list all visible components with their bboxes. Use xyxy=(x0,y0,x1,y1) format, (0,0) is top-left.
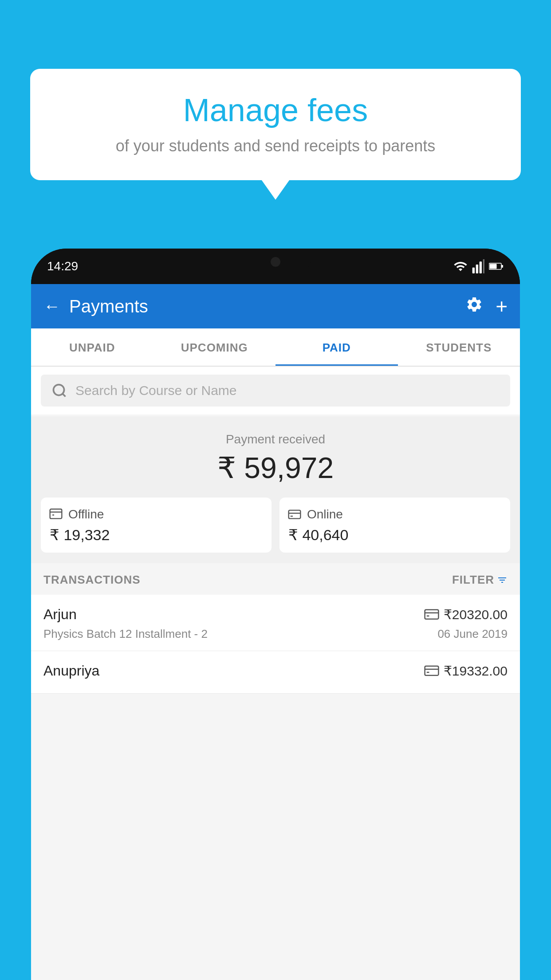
offline-card-row: Offline xyxy=(49,507,104,522)
svg-rect-9 xyxy=(50,509,62,518)
filter-wrap[interactable]: FILTER xyxy=(452,573,508,587)
transactions-label: TRANSACTIONS xyxy=(43,573,141,587)
online-amount: ₹ 40,640 xyxy=(288,526,348,544)
svg-rect-3 xyxy=(483,259,484,273)
settings-icon[interactable] xyxy=(465,296,483,317)
transaction-amount: ₹20320.00 xyxy=(444,607,508,622)
filter-label: FILTER xyxy=(452,573,494,587)
status-time: 14:29 xyxy=(47,259,78,273)
svg-rect-15 xyxy=(425,609,438,619)
transaction-amount-wrap: ₹19332.00 xyxy=(424,663,508,679)
tab-students[interactable]: STUDENTS xyxy=(398,328,520,366)
wifi-icon xyxy=(453,259,468,273)
transaction-row-bottom: Physics Batch 12 Installment - 2 06 June… xyxy=(43,627,508,641)
bubble-title: Manage fees xyxy=(57,92,494,129)
camera xyxy=(271,257,280,267)
search-icon xyxy=(51,383,67,399)
transaction-amount-wrap: ₹20320.00 xyxy=(424,607,508,622)
header-right: + xyxy=(465,294,508,318)
transaction-detail: Physics Batch 12 Installment - 2 xyxy=(43,627,208,641)
transaction-date: 06 June 2019 xyxy=(437,627,508,641)
svg-rect-12 xyxy=(289,510,301,519)
svg-rect-6 xyxy=(501,265,503,268)
transaction-amount: ₹19332.00 xyxy=(444,663,508,679)
transactions-header: TRANSACTIONS FILTER xyxy=(31,563,520,595)
battery-icon xyxy=(489,260,504,273)
svg-rect-0 xyxy=(472,268,475,273)
svg-rect-2 xyxy=(480,261,482,273)
add-icon[interactable]: + xyxy=(496,294,508,318)
filter-icon xyxy=(497,575,508,585)
tab-paid[interactable]: PAID xyxy=(276,328,398,366)
phone-frame: 14:29 xyxy=(31,249,520,980)
background: Manage fees of your students and send re… xyxy=(0,0,551,980)
online-label: Online xyxy=(307,507,343,522)
svg-rect-5 xyxy=(490,264,497,269)
tabs-container: UNPAID UPCOMING PAID STUDENTS xyxy=(31,328,520,367)
bubble-subtitle: of your students and send receipts to pa… xyxy=(57,137,494,155)
speech-bubble: Manage fees of your students and send re… xyxy=(30,69,521,180)
payment-received-label: Payment received xyxy=(41,432,510,447)
transaction-row-top: Anupriya ₹19332.00 xyxy=(43,663,508,679)
payment-summary: Payment received ₹ 59,972 Offline xyxy=(31,416,520,563)
search-bar[interactable]: Search by Course or Name xyxy=(41,375,510,407)
offline-icon-small xyxy=(424,665,439,677)
transaction-list: Arjun ₹20320.00 Physics Batch xyxy=(31,595,520,694)
card-icon xyxy=(424,609,439,621)
payment-cards: Offline ₹ 19,332 Online xyxy=(41,498,510,553)
phone-notch xyxy=(240,249,311,275)
svg-rect-1 xyxy=(476,265,478,273)
svg-rect-18 xyxy=(425,666,438,675)
signal-icon xyxy=(472,259,484,273)
svg-point-7 xyxy=(54,385,64,395)
search-container: Search by Course or Name xyxy=(31,367,520,415)
status-icons xyxy=(453,259,504,273)
tab-unpaid[interactable]: UNPAID xyxy=(31,328,153,366)
offline-icon xyxy=(49,508,63,521)
online-card-row: Online xyxy=(287,507,343,522)
online-card: Online ₹ 40,640 xyxy=(279,498,510,553)
offline-label: Offline xyxy=(68,507,104,522)
app-screen: ← Payments + UNPAID UPCOMING PAID ST xyxy=(31,284,520,980)
payment-total-amount: ₹ 59,972 xyxy=(41,451,510,485)
offline-amount: ₹ 19,332 xyxy=(50,526,110,544)
page-title: Payments xyxy=(69,296,148,316)
header-left: ← Payments xyxy=(43,296,148,316)
transaction-name: Anupriya xyxy=(43,663,99,679)
table-row[interactable]: Anupriya ₹19332.00 xyxy=(31,651,520,694)
back-button[interactable]: ← xyxy=(43,297,60,316)
table-row[interactable]: Arjun ₹20320.00 Physics Batch xyxy=(31,595,520,651)
transaction-name: Arjun xyxy=(43,606,77,623)
offline-card: Offline ₹ 19,332 xyxy=(41,498,272,553)
app-header: ← Payments + xyxy=(31,284,520,328)
search-placeholder: Search by Course or Name xyxy=(75,383,237,398)
tab-upcoming[interactable]: UPCOMING xyxy=(153,328,276,366)
svg-line-8 xyxy=(63,394,66,397)
online-icon xyxy=(287,508,302,521)
transaction-row-top: Arjun ₹20320.00 xyxy=(43,606,508,623)
status-bar: 14:29 xyxy=(31,249,520,284)
